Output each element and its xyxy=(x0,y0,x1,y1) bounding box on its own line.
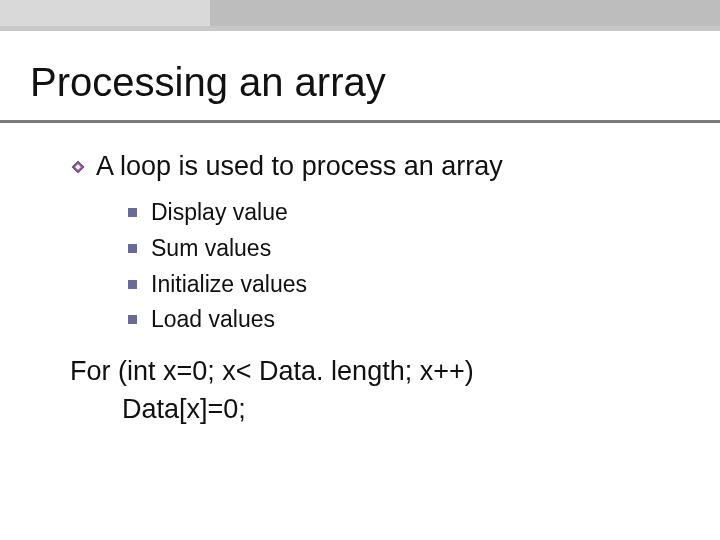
square-bullet-icon xyxy=(128,208,137,217)
bullet-level1: A loop is used to process an array xyxy=(70,150,680,184)
sub-bullet-list: Display value Sum values Initialize valu… xyxy=(128,198,680,336)
slide-top-bar-accent xyxy=(0,0,210,26)
list-item-label: Display value xyxy=(151,198,288,228)
list-item: Initialize values xyxy=(128,270,680,300)
square-bullet-icon xyxy=(128,280,137,289)
code-line: Data[x]=0; xyxy=(70,391,680,429)
code-line: For (int x=0; x< Data. length; x++) xyxy=(70,353,680,391)
list-item-label: Load values xyxy=(151,305,275,335)
slide-top-bar xyxy=(0,0,720,31)
title-underline xyxy=(0,120,720,123)
square-bullet-icon xyxy=(128,315,137,324)
list-item-label: Initialize values xyxy=(151,270,307,300)
list-item: Sum values xyxy=(128,234,680,264)
slide-title: Processing an array xyxy=(30,60,386,105)
slide-body: A loop is used to process an array Displ… xyxy=(70,150,680,429)
bullet-text: A loop is used to process an array xyxy=(96,150,503,184)
list-item: Display value xyxy=(128,198,680,228)
list-item-label: Sum values xyxy=(151,234,271,264)
code-block: For (int x=0; x< Data. length; x++) Data… xyxy=(70,353,680,429)
diamond-bullet-icon xyxy=(70,159,86,175)
square-bullet-icon xyxy=(128,244,137,253)
slide: Processing an array A loop is used to pr… xyxy=(0,0,720,540)
list-item: Load values xyxy=(128,305,680,335)
